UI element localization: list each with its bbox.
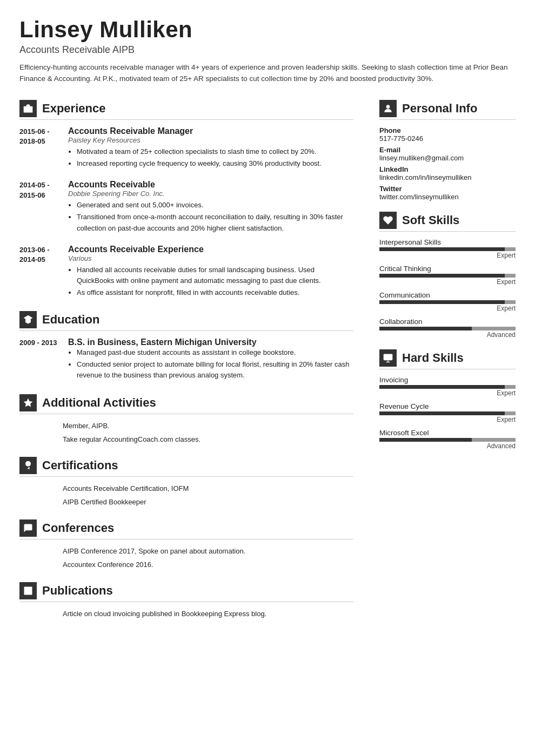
personal-info-details: Phone 517-775-0246 E-mail linsey.mullike…	[379, 126, 516, 201]
left-column: Experience 2015-06 - 2018-05Accounts Rec…	[19, 100, 370, 631]
list-item: Accountex Conference 2016.	[19, 559, 353, 570]
hard-skills-icon	[379, 349, 397, 367]
personal-info-title: Personal Info	[402, 102, 477, 116]
entry-bullets: Motivated a team of 25+ collection speci…	[68, 146, 353, 169]
entry-company: Various	[68, 254, 353, 262]
skill-row: InvoicingExpert	[379, 376, 516, 397]
entry-date: 2009 - 2013	[19, 338, 63, 382]
skill-row: Critical ThinkingExpert	[379, 265, 516, 286]
list-item: AIPB Certified Bookkeeper	[19, 497, 353, 508]
education-header: Education	[19, 311, 353, 331]
skill-bar-bg	[379, 300, 516, 304]
experience-header: Experience	[19, 100, 353, 120]
entry-content: B.S. in Business, Eastern Michigan Unive…	[68, 338, 353, 382]
bullet-item: Motivated a team of 25+ collection speci…	[77, 146, 353, 157]
entry-company: Paisley Key Resources	[68, 136, 353, 144]
publications-section: Publications Article on cloud invoicing …	[19, 582, 353, 619]
experience-section: Experience 2015-06 - 2018-05Accounts Rec…	[19, 100, 353, 299]
entry-bullets: Managed past-due student accounts as ass…	[68, 347, 353, 381]
main-columns: Experience 2015-06 - 2018-05Accounts Rec…	[19, 100, 516, 631]
list-item: Accounts Receivable Certification, IOFM	[19, 483, 353, 494]
skill-bar-bg	[379, 274, 516, 278]
bullet-item: Increased reporting cycle frequency to w…	[77, 158, 353, 169]
entry-bullets: Generated and sent out 5,000+ invoices.T…	[68, 200, 353, 233]
soft-skills-title: Soft Skills	[402, 213, 459, 227]
additional-activities-header: Additional Activities	[19, 394, 353, 414]
conf-items: AIPB Conference 2017, Spoke on panel abo…	[19, 546, 353, 570]
skill-level-label: Expert	[379, 252, 516, 259]
entry-content: Accounts Receivable ManagerPaisley Key R…	[68, 126, 353, 170]
list-item: Member, AIPB.	[19, 421, 353, 431]
conferences-title: Conferences	[42, 521, 114, 535]
skill-name: Revenue Cycle	[379, 402, 516, 410]
experience-title: Experience	[42, 102, 105, 116]
list-item: AIPB Conference 2017, Spoke on panel abo…	[19, 546, 353, 557]
certifications-header: Certifications	[19, 457, 353, 477]
personal-info-section: Personal Info Phone 517-775-0246 E-mail …	[379, 100, 516, 201]
phone-label: Phone	[379, 126, 516, 134]
hard-skills-header: Hard Skills	[379, 349, 516, 369]
skill-row: Microsoft ExcelAdvanced	[379, 429, 516, 450]
skill-bar-fill	[379, 274, 505, 278]
skill-bar-bg	[379, 327, 516, 330]
entry-role: B.S. in Business, Eastern Michigan Unive…	[68, 338, 353, 347]
experience-entries: 2015-06 - 2018-05Accounts Receivable Man…	[19, 126, 353, 299]
entry-bullets: Handled all accounts receivable duties f…	[68, 265, 353, 298]
publications-title: Publications	[42, 584, 113, 598]
skill-bar-fill	[379, 327, 472, 330]
education-section: Education 2009 - 2013B.S. in Business, E…	[19, 311, 353, 382]
entry-row: 2015-06 - 2018-05Accounts Receivable Man…	[19, 126, 353, 170]
email-label: E-mail	[379, 146, 516, 154]
skill-bar-fill	[379, 247, 505, 251]
bullet-item: Conducted senior project to automate bil…	[77, 359, 353, 381]
twitter-value: twitter.com/linseymulliken	[379, 193, 516, 201]
personal-info-icon	[379, 100, 397, 117]
skill-name: Interpersonal Skills	[379, 238, 516, 246]
additional-activities-section: Additional Activities Member, AIPB.Take …	[19, 394, 353, 445]
conferences-header: Conferences	[19, 519, 353, 539]
certifications-icon	[19, 457, 37, 474]
soft-skills-header: Soft Skills	[379, 212, 516, 232]
entry-content: Accounts ReceivableDobbie Speering Fiber…	[68, 180, 353, 234]
skill-name: Communication	[379, 291, 516, 299]
bullet-item: Managed past-due student accounts as ass…	[77, 347, 353, 358]
activities-items: Member, AIPB.Take regular AccountingCoac…	[19, 421, 353, 445]
resume-container: Linsey Mulliken Accounts Receivable AIPB…	[0, 0, 535, 756]
certifications-title: Certifications	[42, 458, 118, 473]
bullet-item: Transitioned from once-a-month account r…	[77, 212, 353, 233]
entry-row: 2013-06 - 2014-05Accounts Receivable Exp…	[19, 245, 353, 299]
entry-date: 2015-06 - 2018-05	[19, 126, 63, 170]
entry-role: Accounts Receivable	[68, 180, 353, 190]
skill-row: Interpersonal SkillsExpert	[379, 238, 516, 259]
entry-role: Accounts Receivable Experience	[68, 245, 353, 254]
phone-value: 517-775-0246	[379, 134, 516, 143]
publications-header: Publications	[19, 582, 353, 602]
skill-bar-fill	[379, 300, 505, 304]
candidate-name: Linsey Mulliken	[19, 17, 516, 42]
education-icon	[19, 311, 37, 328]
svg-marker-4	[24, 398, 33, 407]
svg-rect-11	[384, 354, 393, 361]
list-item: Article on cloud invoicing published in …	[19, 609, 353, 619]
skill-bar-fill	[379, 385, 505, 389]
hard-skills-title: Hard Skills	[402, 351, 464, 365]
skill-row: CommunicationExpert	[379, 291, 516, 312]
candidate-summary: Efficiency-hunting accounts receivable m…	[19, 62, 516, 85]
bullet-item: Handled all accounts receivable duties f…	[77, 265, 353, 286]
skill-bar-bg	[379, 438, 516, 442]
skill-bar-bg	[379, 411, 516, 415]
entry-company: Dobbie Speering Fiber Co. Inc.	[68, 190, 353, 198]
hard-skills-section: Hard Skills InvoicingExpertRevenue Cycle…	[379, 349, 516, 450]
skill-level-label: Expert	[379, 278, 516, 286]
skill-row: CollaborationAdvanced	[379, 318, 516, 339]
cert-items: Accounts Receivable Certification, IOFMA…	[19, 483, 353, 508]
skill-level-label: Expert	[379, 305, 516, 312]
svg-point-10	[386, 105, 390, 109]
entry-date: 2014-05 - 2015-06	[19, 180, 63, 234]
list-item: Take regular AccountingCoach.com classes…	[19, 434, 353, 445]
bullet-item: Generated and sent out 5,000+ invoices.	[77, 200, 353, 211]
skill-level-label: Expert	[379, 416, 516, 423]
header-section: Linsey Mulliken Accounts Receivable AIPB…	[19, 17, 516, 85]
right-column: Personal Info Phone 517-775-0246 E-mail …	[370, 100, 516, 631]
entry-content: Accounts Receivable ExperienceVariousHan…	[68, 245, 353, 299]
